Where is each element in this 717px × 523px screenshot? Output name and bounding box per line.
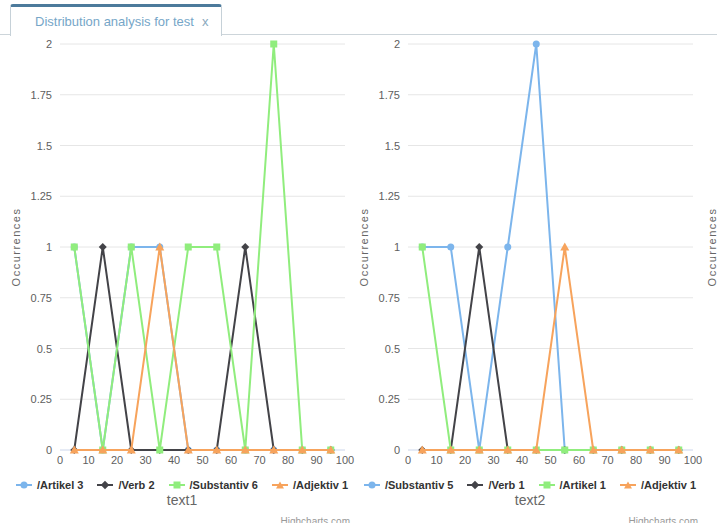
series-marker [156,447,163,454]
series-marker [447,244,454,251]
legend-label: /Adjektiv 1 [641,479,696,491]
y-tick-label: 1.25 [31,190,52,202]
x-tick-label: 20 [459,454,471,466]
diamond-glyph [471,481,479,489]
y-tick-label: 0.25 [379,393,400,405]
chart-svg: Occurrences00.250.50.7511.251.51.7520102… [356,36,704,476]
x-tick-label: 60 [225,454,237,466]
highcharts-credits-link[interactable]: Highcharts.com [281,516,350,523]
y-tick-label: 0.75 [31,292,52,304]
triangle-glyph [624,482,632,489]
x-tick-label: 60 [573,454,585,466]
y-tick-label: 1.75 [379,89,400,101]
circle-glyph [20,482,27,489]
x-tick-label: 90 [658,454,670,466]
y-tick-label: 1.5 [385,140,400,152]
legend-item[interactable]: /Verb 2 [97,479,154,491]
x-tick-label: 40 [168,454,180,466]
x-tick-label: 70 [253,454,265,466]
series-marker [99,243,107,251]
x-tick-label: 90 [310,454,322,466]
charts-row: Occurrences00.250.50.7511.251.51.7520102… [0,36,717,523]
series-marker [533,41,540,48]
series-marker [270,41,277,48]
x-tick-label: 30 [487,454,499,466]
chart-svg: Occurrences00.250.50.7511.251.51.7520102… [8,36,356,476]
highcharts-credits-link[interactable]: Highcharts.com [629,516,698,523]
circle-glyph [368,482,375,489]
tab-close-icon[interactable]: x [202,14,209,29]
series-marker [71,244,78,251]
legend-item[interactable]: /Artikel 1 [539,479,606,491]
tab-title: Distribution analysis for test [35,14,194,29]
legend-item[interactable]: /Verb 1 [467,479,524,491]
square-marker-icon [169,484,185,486]
triangle-glyph [276,482,284,489]
legend-item[interactable]: /Substantiv 5 [364,479,453,491]
series-marker [504,244,511,251]
legend-label: /Verb 1 [488,479,524,491]
y-tick-label: 1 [394,241,400,253]
legend-item[interactable]: /Adjektiv 1 [620,479,696,491]
series-marker [128,244,135,251]
square-marker-icon [539,484,555,486]
x-tick-label: 10 [82,454,94,466]
y-tick-label: 2 [394,38,400,50]
x-tick-label: 80 [282,454,294,466]
y-tick-label: 0.5 [37,343,52,355]
square-glyph [173,482,180,489]
chart-title: text1 [8,492,356,508]
legend-label: /Verb 2 [118,479,154,491]
x-tick-label: 70 [601,454,613,466]
tab-distribution-analysis[interactable]: Distribution analysis for test x [10,4,222,36]
y-tick-label: 0 [394,444,400,456]
y-tick-label: 0.5 [385,343,400,355]
legend-label: /Substantiv 6 [190,479,258,491]
diamond-marker-icon [97,484,113,486]
chart-legend: /Artikel 3/Verb 2/Substantiv 6/Adjektiv … [8,477,356,493]
x-tick-label: 30 [139,454,151,466]
legend-item[interactable]: /Artikel 3 [16,479,83,491]
diamond-marker-icon [467,484,483,486]
y-axis-title: Occurrences [10,208,22,287]
chart-partial: Occurrences [704,36,717,523]
series-marker [241,243,249,251]
x-tick-label: 50 [196,454,208,466]
y-tick-label: 0.75 [379,292,400,304]
triangle-marker-icon [620,484,636,486]
chart-title: text2 [356,492,704,508]
y-tick-label: 1.25 [379,190,400,202]
circle-marker-icon [364,484,380,486]
circle-marker-icon [16,484,32,486]
y-axis-title: Occurrences [706,208,717,287]
y-tick-label: 0.25 [31,393,52,405]
tab-bar: Distribution analysis for test x [0,0,717,36]
diamond-glyph [101,481,109,489]
legend-label: /Artikel 1 [560,479,606,491]
series-marker [561,447,568,454]
triangle-marker-icon [272,484,288,486]
series-marker [475,243,483,251]
chart-legend: /Substantiv 5/Verb 1/Artikel 1/Adjektiv … [356,477,704,493]
legend-label: /Artikel 3 [37,479,83,491]
series-marker [213,244,220,251]
y-tick-label: 0 [46,444,52,456]
x-tick-label: 40 [516,454,528,466]
legend-label: /Adjektiv 1 [293,479,348,491]
x-tick-label: 0 [57,454,63,466]
chart-svg: Occurrences [704,36,717,476]
x-tick-label: 100 [684,454,702,466]
x-tick-label: 20 [111,454,123,466]
legend-item[interactable]: /Substantiv 6 [169,479,258,491]
legend-item[interactable]: /Adjektiv 1 [272,479,348,491]
x-tick-label: 100 [336,454,354,466]
x-tick-label: 80 [630,454,642,466]
y-tick-label: 1.5 [37,140,52,152]
y-tick-label: 1.75 [31,89,52,101]
y-tick-label: 1 [46,241,52,253]
chart-text1: Occurrences00.250.50.7511.251.51.7520102… [8,36,356,523]
y-axis-title: Occurrences [358,208,370,287]
x-tick-label: 50 [544,454,556,466]
y-tick-label: 2 [46,38,52,50]
series-marker [419,244,426,251]
